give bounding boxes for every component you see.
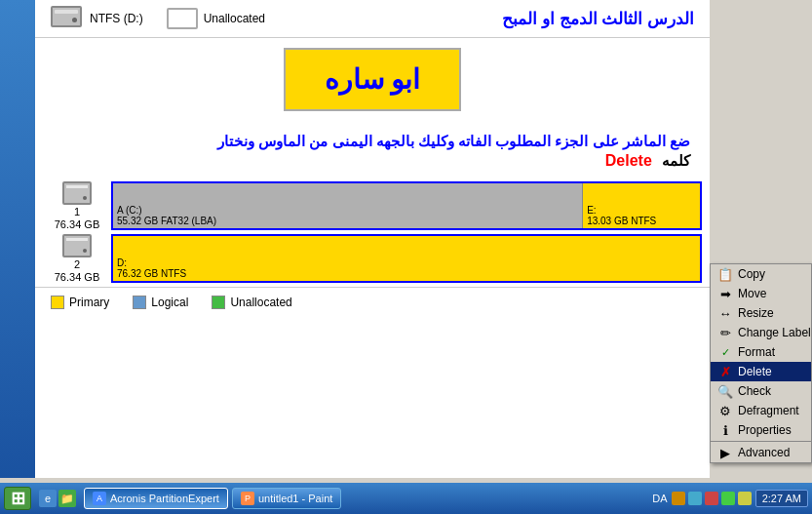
quick-launch: e 📁 bbox=[39, 490, 76, 507]
taskbar: ⊞ e 📁 A Acronis PartitionExpert P untitl… bbox=[0, 483, 812, 514]
left-panel bbox=[0, 0, 35, 478]
check-label: Check bbox=[738, 384, 771, 398]
instruction-delete-word: Delete bbox=[605, 152, 652, 169]
advanced-icon: ▶ bbox=[718, 446, 732, 459]
legend-primary: Primary bbox=[51, 296, 109, 309]
taskbar-paint-btn[interactable]: P untitled1 - Paint bbox=[232, 488, 341, 509]
resize-icon: ↔ bbox=[718, 306, 732, 320]
instruction-prefix: كلمه bbox=[662, 152, 690, 169]
disk-row-2: 2 76.34 GB D: 76.32 GB NTFS bbox=[43, 234, 702, 283]
footer-legend: Primary Logical Unallocated bbox=[35, 287, 710, 317]
unallocated-footer-label: Unallocated bbox=[230, 296, 291, 309]
disk-2-d-partition[interactable]: D: 76.32 GB NTFS bbox=[113, 236, 700, 281]
copy-label: Copy bbox=[738, 267, 765, 281]
ctx-properties[interactable]: ℹ Properties bbox=[711, 420, 811, 440]
tray-icon-3 bbox=[705, 492, 718, 505]
d-drive-info: 76.32 GB NTFS bbox=[117, 268, 696, 279]
tray-area: DA 2:27 AM bbox=[652, 490, 808, 507]
logical-swatch bbox=[133, 296, 146, 309]
tray-icon-5 bbox=[738, 492, 752, 505]
arabic-title-area: الدرس الثالث الدمج او المبح bbox=[289, 9, 694, 29]
primary-label: Primary bbox=[69, 296, 109, 309]
move-icon: ➡ bbox=[718, 287, 732, 300]
legend-unallocated: Unallocated bbox=[167, 8, 265, 29]
disk-1-bar[interactable]: A (C:) 55.32 GB FAT32 (LBA) E: 13.03 GB … bbox=[111, 181, 702, 230]
c-drive-label: A (C:) bbox=[117, 205, 578, 216]
legend-logical: Logical bbox=[133, 296, 188, 309]
tray-lang: DA bbox=[652, 493, 667, 504]
ntfs-disk-icon bbox=[51, 6, 84, 31]
tray-icon-4 bbox=[721, 492, 735, 505]
e-drive-label: E: bbox=[587, 205, 696, 216]
format-icon: ✓ bbox=[718, 345, 732, 359]
move-label: Move bbox=[738, 287, 766, 300]
legend-ntfs: NTFS (D:) bbox=[51, 6, 143, 31]
copy-icon: 📋 bbox=[718, 267, 732, 281]
properties-label: Properties bbox=[738, 423, 792, 437]
taskbar-acronis-btn[interactable]: A Acronis PartitionExpert bbox=[84, 488, 228, 509]
change-label-label: Change Label bbox=[738, 326, 811, 339]
logical-label: Logical bbox=[151, 296, 188, 309]
check-icon: 🔍 bbox=[718, 384, 732, 398]
disk-1-c-partition[interactable]: A (C:) 55.32 GB FAT32 (LBA) bbox=[113, 183, 583, 228]
disk-1-label: 1 76.34 GB bbox=[43, 181, 111, 230]
ctx-defragment[interactable]: ⚙ Defragment bbox=[711, 401, 811, 420]
ctx-copy[interactable]: 📋 Copy bbox=[711, 264, 811, 284]
disk-2-num: 2 bbox=[74, 258, 80, 270]
time-text: 2:27 AM bbox=[762, 493, 801, 504]
ctx-delete[interactable]: ✗ Delete bbox=[711, 362, 811, 381]
unallocated-swatch bbox=[212, 296, 225, 309]
acronis-btn-icon: A bbox=[93, 492, 106, 505]
disk-1-size: 76.34 GB bbox=[55, 218, 99, 230]
time-display: 2:27 AM bbox=[755, 490, 808, 507]
arabic-title: الدرس الثالث الدمج او المبح bbox=[502, 10, 694, 28]
quick-launch-ie[interactable]: e bbox=[39, 490, 57, 507]
ctx-advanced[interactable]: ▶ Advanced bbox=[711, 443, 811, 462]
resize-label: Resize bbox=[738, 306, 774, 320]
d-drive-label: D: bbox=[117, 257, 696, 268]
legend-bar: NTFS (D:) Unallocated الدرس الثالث الدمج… bbox=[35, 0, 710, 38]
tray-icon-2 bbox=[688, 492, 702, 505]
tray-icons bbox=[672, 492, 752, 505]
primary-swatch bbox=[51, 296, 64, 309]
ctx-change-label[interactable]: ✏ Change Label bbox=[711, 323, 811, 342]
delete-label: Delete bbox=[738, 365, 772, 378]
change-label-icon: ✏ bbox=[718, 326, 732, 339]
ctx-move[interactable]: ➡ Move bbox=[711, 284, 811, 303]
start-button[interactable]: ⊞ bbox=[4, 487, 31, 510]
acronis-btn-label: Acronis PartitionExpert bbox=[110, 493, 219, 504]
banner-box: ابو ساره bbox=[284, 48, 462, 111]
disk-row-1: 1 76.34 GB A (C:) 55.32 GB FAT32 (LBA) E… bbox=[43, 181, 702, 230]
ctx-format[interactable]: ✓ Format bbox=[711, 342, 811, 362]
disk-2-size: 76.34 GB bbox=[55, 271, 99, 283]
e-drive-info: 13.03 GB NTFS bbox=[587, 216, 696, 226]
paint-btn-label: untitled1 - Paint bbox=[258, 493, 332, 504]
banner-area: ابو ساره bbox=[35, 38, 710, 117]
delete-icon: ✗ bbox=[718, 365, 732, 378]
advanced-label: Advanced bbox=[738, 446, 790, 459]
ctx-divider bbox=[711, 441, 811, 442]
context-menu: 📋 Copy ➡ Move ↔ Resize ✏ Change Label ✓ … bbox=[710, 263, 812, 463]
tray-icon-1 bbox=[672, 492, 685, 505]
unallocated-icon bbox=[167, 8, 198, 29]
disk-1-num: 1 bbox=[74, 206, 80, 217]
ntfs-label: NTFS (D:) bbox=[90, 12, 143, 25]
format-label: Format bbox=[738, 345, 775, 359]
disk-1-icon bbox=[62, 181, 92, 205]
ctx-resize[interactable]: ↔ Resize bbox=[711, 303, 811, 323]
instruction-area: ضع الماشر على الجزء المطلوب الفاته وكليك… bbox=[35, 117, 710, 174]
banner-text: ابو ساره bbox=[325, 63, 421, 96]
ctx-check[interactable]: 🔍 Check bbox=[711, 381, 811, 401]
quick-launch-explorer[interactable]: 📁 bbox=[58, 490, 76, 507]
disk-1-e-partition[interactable]: E: 13.03 GB NTFS bbox=[583, 183, 700, 228]
legend-unallocated-footer: Unallocated bbox=[212, 296, 291, 309]
instruction-line1: ضع الماشر على الجزء المطلوب الفاته وكليك… bbox=[55, 133, 690, 150]
start-icon: ⊞ bbox=[11, 488, 25, 509]
disk-2-icon bbox=[62, 234, 92, 257]
instruction-line2: كلمه Delete bbox=[55, 152, 690, 170]
c-drive-info: 55.32 GB FAT32 (LBA) bbox=[117, 216, 578, 226]
disk-2-label: 2 76.34 GB bbox=[43, 234, 111, 283]
disk-2-bar[interactable]: D: 76.32 GB NTFS bbox=[111, 234, 702, 283]
unallocated-label: Unallocated bbox=[204, 12, 265, 25]
defragment-icon: ⚙ bbox=[718, 404, 732, 417]
